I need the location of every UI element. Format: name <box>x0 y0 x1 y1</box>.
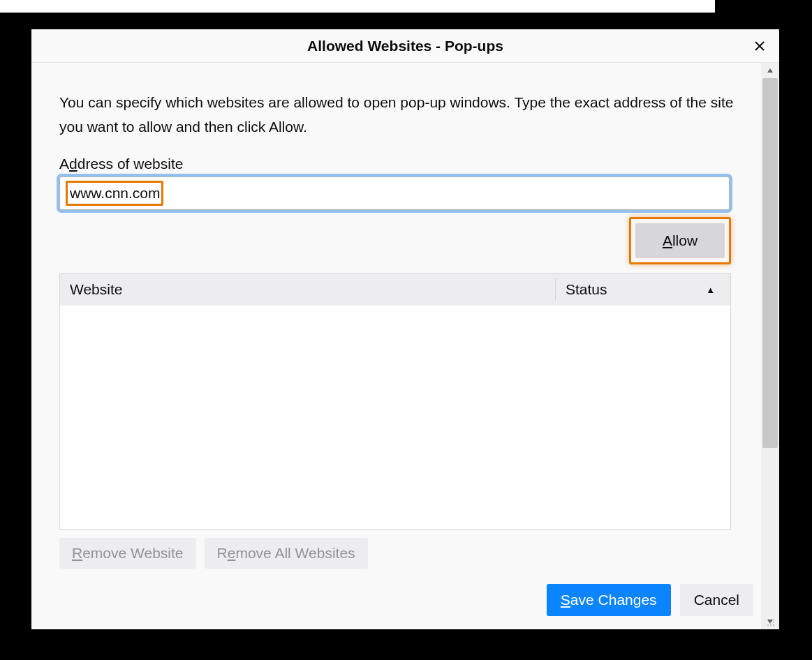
scroll-down-icon[interactable] <box>761 614 779 629</box>
address-input[interactable] <box>59 177 730 210</box>
sort-asc-icon: ▲ <box>706 285 715 295</box>
dialog-header: Allowed Websites - Pop-ups <box>31 29 779 63</box>
column-header-website[interactable]: Website <box>60 278 556 301</box>
address-label-pre: A <box>59 156 69 172</box>
websites-table: Website Status ▲ <box>59 273 731 530</box>
dialog-title: Allowed Websites - Pop-ups <box>307 38 503 54</box>
col-status-label: Status <box>566 281 607 298</box>
remove-all-accel: e <box>228 545 236 561</box>
close-icon[interactable] <box>751 38 768 54</box>
scroll-up-icon[interactable] <box>761 63 779 78</box>
table-header: Website Status ▲ <box>60 273 730 306</box>
allow-accel: A <box>663 232 672 248</box>
remove-all-rest: move All Websites <box>235 545 355 561</box>
save-accel: S <box>561 592 570 608</box>
save-changes-button[interactable]: Save Changes <box>547 584 671 616</box>
scroll-thumb[interactable] <box>762 78 778 448</box>
allow-row: Allow <box>59 217 731 264</box>
remove-website-button[interactable]: Remove Website <box>59 538 196 569</box>
save-rest: ave Changes <box>570 592 657 608</box>
tutorial-highlight-allow: Allow <box>629 217 731 264</box>
dialog-body: You can specify which websites are allow… <box>31 63 779 629</box>
scroll-track[interactable] <box>761 78 779 614</box>
remove-website-accel: R <box>72 545 82 561</box>
col-website-label: Website <box>70 281 122 298</box>
remove-website-rest: emove Website <box>82 545 183 561</box>
address-label-post: dress of website <box>77 156 184 172</box>
allow-label-rest: llow <box>672 232 697 248</box>
address-input-wrap <box>59 177 761 210</box>
address-label: Address of website <box>59 156 761 172</box>
page-background <box>0 0 715 13</box>
intro-text: You can specify which websites are allow… <box>59 91 761 139</box>
vertical-scrollbar[interactable] <box>761 63 779 629</box>
address-label-accel: d <box>69 156 77 172</box>
dialog-action-row: Save Changes Cancel <box>59 584 753 616</box>
allow-button[interactable]: Allow <box>635 223 725 258</box>
remove-all-websites-button[interactable]: Remove All Websites <box>205 538 368 569</box>
remove-all-pre: R <box>217 545 228 561</box>
remove-buttons-row: Remove Website Remove All Websites <box>59 538 731 569</box>
table-body-empty <box>60 306 730 529</box>
column-header-status[interactable]: Status ▲ <box>556 281 730 298</box>
dialog-content: You can specify which websites are allow… <box>31 63 761 629</box>
cancel-button[interactable]: Cancel <box>680 584 753 616</box>
popups-allowed-dialog: Allowed Websites - Pop-ups You can speci… <box>31 29 779 629</box>
